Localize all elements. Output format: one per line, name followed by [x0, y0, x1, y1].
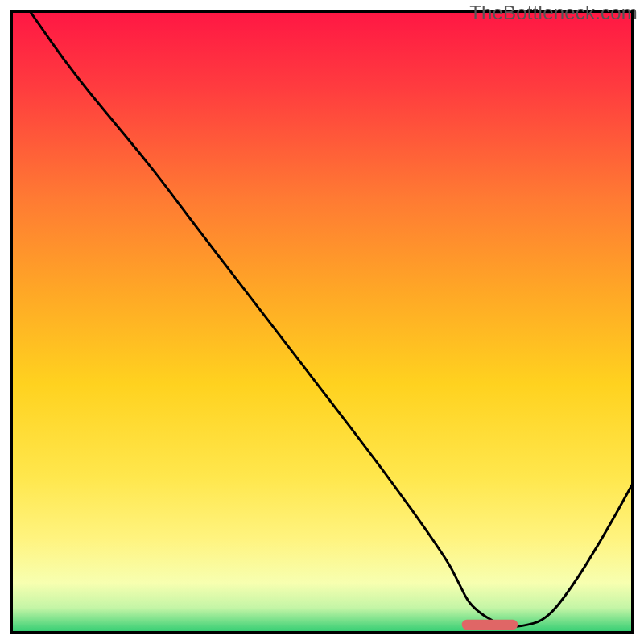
- watermark-text: TheBottleneck.com: [469, 2, 638, 24]
- chart-container: TheBottleneck.com: [0, 0, 644, 644]
- plot-background: [11, 11, 633, 633]
- bottleneck-chart: [0, 0, 644, 644]
- marker-pill: [462, 620, 518, 630]
